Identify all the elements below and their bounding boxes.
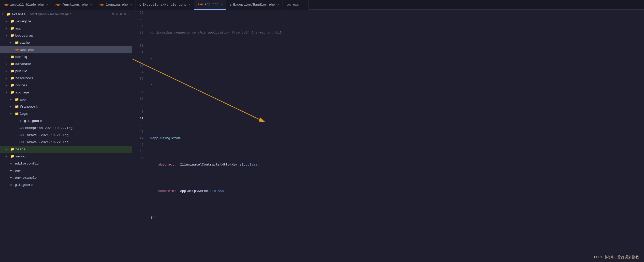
folder-icon: 📁 (15, 105, 19, 109)
class-icon: C (230, 3, 232, 6)
folder-icon: 📁 (10, 55, 14, 59)
collapse-arrow: ▼ (2, 13, 6, 16)
folder-icon: 📁 (10, 69, 14, 73)
line-num-28: 28 (132, 29, 143, 36)
expand-all-icon[interactable]: ⇅ (120, 12, 122, 16)
folder-icon: 📁 (10, 147, 14, 151)
close-tab-functions[interactable]: ✕ (90, 3, 92, 6)
code-lines[interactable]: // incoming requests to this application… (146, 10, 644, 262)
class-icon: C (139, 3, 141, 6)
env-icon: ● (10, 169, 12, 172)
project-root[interactable]: ▼ 📁 example ~/workspace/xiaoba/example ⊕… (0, 11, 132, 18)
line-num-41: 41 (132, 115, 143, 122)
item-label: app.php (20, 48, 34, 52)
env-icon: ● (10, 176, 12, 179)
sidebar-item-vendor[interactable]: ▶ 📁 vendor (0, 153, 132, 160)
line-num-44: 44 (132, 135, 143, 142)
line-numbers: 25 26 27 28 29 30 31 32 33 34 35 36 37 3… (132, 10, 146, 262)
sidebar-item-framework[interactable]: ▶ 📁 framework (0, 103, 132, 110)
sidebar-item-env[interactable]: ● .env (0, 167, 132, 174)
close-tab-app-php[interactable]: ✕ (221, 3, 223, 6)
sidebar-item-bootstrap[interactable]: ▼ 📁 bootstrap (0, 32, 132, 39)
line-num-39: 39 (132, 102, 143, 109)
sidebar-item-resources[interactable]: ▶ 📁 resources (0, 75, 132, 82)
sidebar-item-cache[interactable]: ▶ 📁 cache (0, 39, 132, 46)
tab-exceptions-handler[interactable]: C Exceptions/Handler.php ✕ (136, 0, 194, 10)
php-icon: PHP (198, 3, 203, 6)
close-tab-exceptions-handler[interactable]: ✕ (189, 3, 191, 6)
sidebar-item-database[interactable]: ▶ 📁 database (0, 60, 132, 68)
folder-icon: 📁 (15, 41, 19, 45)
folder-icon: 📁 (10, 76, 14, 80)
sidebar-item-logs[interactable]: ▼ 📁 logs (0, 110, 132, 117)
folder-icon: 📁 (10, 62, 14, 66)
sidebar-item-_example[interactable]: ▶ 📁 _example (0, 18, 132, 25)
item-label: database (15, 62, 31, 66)
expand-arrow: ▶ (10, 98, 14, 101)
sidebar-item-public[interactable]: ▶ 📁 public (0, 68, 132, 75)
log-file-icon: LOG (19, 127, 24, 129)
sidebar-item-gitignore-root[interactable]: ⚙ .gitignore (0, 181, 132, 188)
collapse-arrow: ▼ (6, 34, 9, 37)
code-line-31: concrete: App\Http\Kernel::class (150, 188, 644, 194)
line-num-31: 31 (132, 49, 143, 56)
collapse-arrow: ▼ (10, 112, 14, 115)
sidebar-item-laravel-log2[interactable]: LOG laravel-2021-10-22.log (0, 139, 132, 146)
sidebar: ▼ 📁 example ~/workspace/xiaoba/example ⊕… (0, 10, 132, 262)
folder-icon: 📁 (10, 34, 14, 38)
project-path: ~/workspace/xiaoba/example (28, 13, 71, 16)
item-label: .gitignore (13, 183, 33, 187)
expand-arrow: ▶ (6, 27, 9, 30)
line-num-46: 46 (132, 148, 143, 155)
tab-functions[interactable]: PHP functions.php ✕ (52, 0, 96, 10)
sidebar-item-env-example[interactable]: ● .env.example (0, 174, 132, 181)
sidebar-item-tests[interactable]: ▶ 📁 tests (0, 146, 132, 153)
tab-install[interactable]: PHP install.blade.php ✕ (0, 0, 52, 10)
folder-icon: 📁 (10, 19, 14, 23)
close-tab-install[interactable]: ✕ (46, 3, 48, 6)
expand-arrow: ▶ (6, 148, 9, 151)
locate-icon[interactable]: ⊕ (112, 12, 114, 16)
sidebar-item-exception-log[interactable]: LOG exception-2021-10-22.log (0, 124, 132, 132)
code-content[interactable]: 25 26 27 28 29 30 31 32 33 34 35 36 37 3… (132, 10, 644, 262)
tab-app-php[interactable]: PHP app.php ✕ (194, 0, 226, 10)
sidebar-item-app-php[interactable]: PHP app.php (0, 46, 132, 53)
php-file-icon: PHP (15, 48, 19, 51)
line-num-34: 34 (132, 69, 143, 76)
code-line-32: ); (150, 214, 644, 221)
tab-bar: PHP install.blade.php ✕ PHP functions.ph… (0, 0, 644, 10)
expand-arrow: ▶ (10, 105, 14, 108)
line-num-29: 29 (132, 36, 143, 43)
project-folder-icon: 📁 (7, 12, 11, 16)
item-label: app (20, 98, 26, 102)
tab-exception-handler[interactable]: C Exception/Handler.php ✕ (226, 0, 283, 10)
item-label: .gitignore (22, 119, 42, 123)
settings-icon[interactable]: ⚙ (124, 12, 126, 16)
sidebar-item-config[interactable]: ▶ 📁 config (0, 53, 132, 60)
line-num-30: 30 (132, 43, 143, 49)
sidebar-actions: ⊕ ≡ ⇅ ⚙ — (112, 12, 132, 16)
item-label: exception-2021-10-22.log (25, 126, 72, 130)
sidebar-item-editorconfig[interactable]: ⚙ .editorconfig (0, 160, 132, 167)
code-line-30: abstract: Illuminate\Contracts\Http\Kern… (150, 161, 644, 168)
sidebar-item-storage[interactable]: ▼ 📁 storage (0, 89, 132, 96)
log-icon: LOG (286, 3, 291, 6)
close-tab-exception-handler[interactable]: ✕ (277, 3, 279, 6)
sidebar-item-app[interactable]: ▶ 📁 app (0, 25, 132, 32)
tab-exc[interactable]: LOG exc... (283, 0, 309, 10)
sidebar-item-gitignore-logs[interactable]: ⚙ .gitignore (0, 117, 132, 124)
sidebar-item-storage-app[interactable]: ▶ 📁 app (0, 96, 132, 103)
line-num-36: 36 (132, 82, 143, 89)
item-label: bootstrap (15, 34, 33, 38)
sidebar-item-routes[interactable]: ▶ 📁 routes (0, 82, 132, 89)
line-num-25: 25 (132, 10, 143, 16)
git-icon: ⚙ (10, 183, 12, 187)
php-icon: PHP (55, 3, 61, 6)
close-tab-logging[interactable]: ✕ (130, 3, 132, 6)
sidebar-item-laravel-log1[interactable]: LOG laravel-2021-10-21.log (0, 132, 132, 139)
collapse-all-icon[interactable]: ≡ (116, 12, 118, 16)
expand-arrow: ▶ (6, 20, 9, 23)
item-label: framework (20, 105, 38, 109)
tab-logging[interactable]: PHP logging.php ✕ (96, 0, 136, 10)
close-sidebar-icon[interactable]: — (128, 12, 130, 16)
